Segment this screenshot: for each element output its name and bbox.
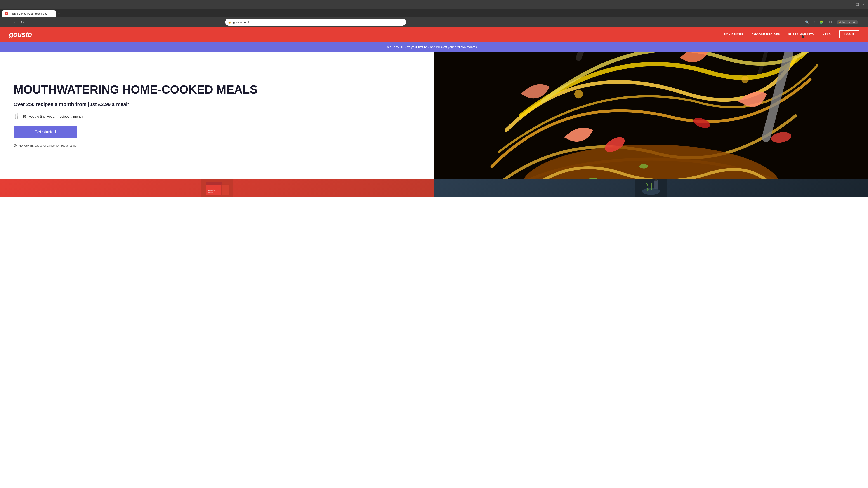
nav-choose-recipes[interactable]: CHOOSE RECIPES — [751, 33, 780, 36]
get-started-button[interactable]: Get started — [13, 126, 77, 138]
thumb-gousto-box: gousto sprinkle — [0, 179, 434, 197]
hero-image — [434, 53, 868, 179]
tab-close-icon[interactable]: × — [52, 12, 53, 15]
svg-text:sprinkle: sprinkle — [208, 192, 213, 193]
minimize-button[interactable]: — — [849, 3, 852, 6]
close-button[interactable]: ✕ — [863, 3, 865, 6]
address-bar[interactable]: 🔒 gousto.co.uk — [225, 19, 406, 26]
promo-text: Get up to 60% off your first box and 20%… — [385, 45, 477, 49]
svg-rect-24 — [655, 180, 657, 181]
svg-point-21 — [647, 189, 649, 191]
toolbar-separator: | — [826, 20, 827, 24]
hero-subtitle: Over 250 recipes a month from just £2.99… — [13, 101, 421, 108]
nav-sustainability[interactable]: SUSTAINABILITY — [788, 33, 814, 36]
svg-text:gousto: gousto — [208, 189, 215, 191]
no-lock-icon: ⊙ — [13, 143, 17, 148]
bookmark-icon-button[interactable]: ☆ — [811, 19, 817, 25]
hero-section: MOUTHWATERING HOME-COOKED MEALS Over 250… — [0, 53, 868, 179]
no-lock-bold-text: No lock in: pause or cancel for free any… — [19, 144, 76, 147]
browser-titlebar: — ❐ ✕ — [0, 0, 868, 9]
promo-arrow-icon: → — [479, 45, 483, 49]
menu-button[interactable]: ⋮ — [859, 19, 865, 25]
svg-point-6 — [575, 90, 583, 98]
refresh-button[interactable]: ↻ — [19, 19, 25, 25]
nav-box-prices[interactable]: BOX PRICES — [724, 33, 743, 36]
address-text: gousto.co.uk — [233, 21, 403, 24]
tab-title: Recipe Boxes | Get Fresh Food ... — [9, 12, 50, 15]
incognito-badge[interactable]: 🕵 Incognito (2) — [837, 20, 858, 24]
nav-links: BOX PRICES CHOOSE RECIPES SUSTAINABILITY… — [724, 31, 859, 38]
gousto-logo[interactable]: gousto — [9, 30, 32, 39]
site-nav: gousto BOX PRICES CHOOSE RECIPES SUSTAIN… — [0, 27, 868, 41]
nav-help[interactable]: HELP — [822, 33, 831, 36]
tab-favicon: G — [4, 12, 8, 15]
search-icon-button[interactable]: 🔍 — [804, 19, 810, 25]
restore-button[interactable]: ❐ — [856, 3, 859, 6]
incognito-icon: 🕵 — [838, 21, 842, 24]
promo-banner[interactable]: Get up to 60% off your first box and 20%… — [0, 41, 868, 53]
toolbar-icons: 🔍 ☆ 🧩 | ❐ | 🕵 Incognito (2) ⋮ — [804, 19, 865, 25]
hero-title: MOUTHWATERING HOME-COOKED MEALS — [13, 84, 421, 96]
svg-rect-15 — [206, 182, 221, 185]
svg-rect-16 — [221, 185, 229, 195]
svg-point-22 — [651, 188, 652, 190]
feature-text: 85+ veggie (incl vegan) recipes a month — [22, 115, 83, 119]
lock-icon: 🔒 — [228, 21, 231, 24]
sidebar-icon-button[interactable]: ❐ — [828, 19, 834, 25]
site-wrapper: gousto BOX PRICES CHOOSE RECIPES SUSTAIN… — [0, 27, 868, 197]
forward-button[interactable]: → — [11, 19, 17, 25]
gousto-box-image: gousto sprinkle — [201, 179, 233, 197]
browser-addressbar: ← → ↻ 🔒 gousto.co.uk 🔍 ☆ 🧩 | ❐ | 🕵 Incog… — [0, 17, 868, 27]
browser-chrome: — ❐ ✕ G Recipe Boxes | Get Fresh Food ..… — [0, 0, 868, 27]
new-tab-button[interactable]: + — [56, 10, 62, 17]
svg-rect-23 — [654, 180, 658, 189]
cutlery-icon: 🍴 — [13, 113, 20, 119]
no-lock-in: ⊙ No lock in: pause or cancel for free a… — [13, 143, 421, 148]
browser-tabs: G Recipe Boxes | Get Fresh Food ... × + — [0, 9, 868, 17]
browser-tab-active[interactable]: G Recipe Boxes | Get Fresh Food ... × — [2, 10, 56, 17]
titlebar-controls: — ❐ ✕ — [849, 3, 865, 6]
bottom-thumbnails: gousto sprinkle — [0, 179, 868, 197]
svg-point-12 — [640, 164, 648, 168]
hero-feature: 🍴 85+ veggie (incl vegan) recipes a mont… — [13, 113, 421, 119]
svg-point-7 — [741, 76, 749, 83]
incognito-label: Incognito (2) — [842, 21, 856, 24]
back-button[interactable]: ← — [3, 19, 9, 25]
food-image — [434, 53, 868, 179]
cooking-image — [635, 179, 667, 197]
food-illustration — [434, 53, 868, 179]
toolbar-separator-2: | — [835, 20, 836, 24]
thumb-cooking-image — [434, 179, 868, 197]
no-lock-text: pause or cancel for free anytime — [34, 144, 76, 147]
hero-content: MOUTHWATERING HOME-COOKED MEALS Over 250… — [0, 53, 434, 179]
login-button[interactable]: LOGIN — [839, 31, 859, 38]
extensions-icon-button[interactable]: 🧩 — [818, 19, 825, 25]
